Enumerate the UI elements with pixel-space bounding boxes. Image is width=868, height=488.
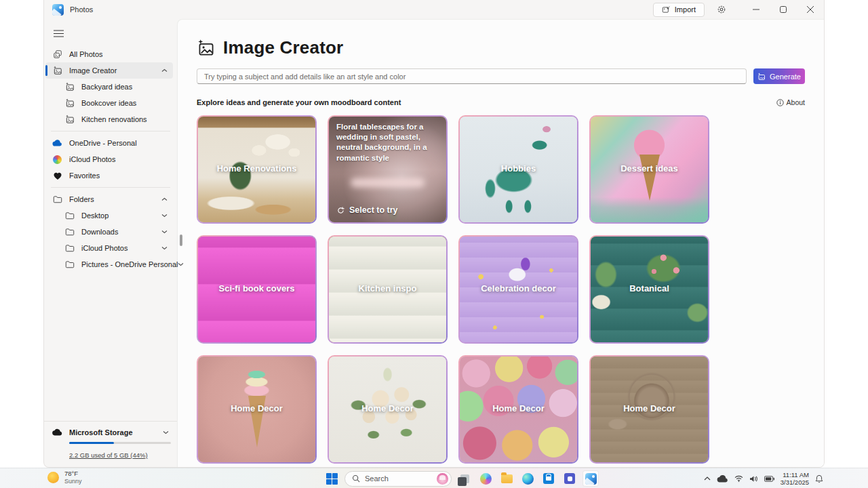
store-button[interactable]: [540, 470, 557, 487]
search-label: Search: [365, 474, 432, 483]
clock-date: 3/31/2025: [781, 479, 809, 486]
sidebar-item-icloud-photos[interactable]: iCloud Photos: [45, 151, 173, 167]
scrollbar-thumb[interactable]: [180, 235, 182, 246]
maximize-button[interactable]: [770, 0, 797, 19]
sidebar-item-label: Desktop: [81, 211, 108, 220]
copilot-button[interactable]: [477, 470, 494, 487]
import-button[interactable]: Import: [653, 3, 705, 17]
windows-logo-icon: [326, 473, 338, 485]
sidebar-item-icloud-photos[interactable]: iCloud Photos: [45, 240, 173, 256]
selection-indicator: [45, 65, 47, 76]
photos-icon: [585, 473, 597, 485]
idea-card-home-decor[interactable]: Home Decor: [197, 355, 317, 464]
image-creator-icon: [52, 66, 62, 76]
folder-icon: [64, 211, 75, 221]
sidebar-item-bookcover-ideas[interactable]: Bookcover ideas: [45, 95, 173, 111]
select-to-try-label: Select to try: [349, 205, 398, 215]
chevron-up-icon: [161, 68, 167, 73]
network-button[interactable]: [734, 475, 743, 482]
desktop: Photos Import: [0, 0, 868, 488]
explore-heading: Explore ideas and generate your own mood…: [197, 98, 401, 106]
teams-button[interactable]: [561, 470, 578, 487]
close-button[interactable]: [797, 0, 824, 19]
weather-temp: 78°F: [64, 470, 82, 478]
idea-card-botanical[interactable]: Botanical: [589, 235, 709, 344]
about-link[interactable]: About: [776, 98, 805, 106]
clock[interactable]: 11:11 AM 3/31/2025: [781, 471, 809, 487]
idea-card-home-decor[interactable]: Home Decor: [328, 355, 448, 464]
task-view-button[interactable]: [456, 470, 473, 487]
wifi-icon: [734, 475, 743, 482]
settings-button[interactable]: [711, 1, 732, 18]
search-icon: [352, 474, 360, 483]
file-explorer-button[interactable]: [498, 470, 515, 487]
hamburger-icon: [54, 30, 64, 37]
battery-button[interactable]: [764, 476, 774, 482]
search-highlight-flower-icon: [437, 473, 448, 485]
sidebar-item-pictures-onedrive-personal[interactable]: Pictures - OneDrive Personal: [45, 256, 173, 272]
info-icon: [776, 99, 784, 106]
storage-row[interactable]: Microsoft Storage: [52, 427, 169, 437]
card-label: Dessert ideas: [591, 163, 708, 174]
weather-widget[interactable]: 78°F Sunny: [47, 470, 82, 485]
copilot-icon: [480, 473, 492, 485]
idea-card-kitchen-inspo[interactable]: Kitchen inspo: [328, 235, 448, 344]
photos-app-window: Photos Import: [43, 0, 825, 468]
titlebar: Photos Import: [44, 0, 824, 19]
sidebar-item-onedrive-personal[interactable]: OneDrive - Personal: [45, 135, 173, 151]
edge-button[interactable]: [519, 470, 536, 487]
minimize-button[interactable]: [743, 0, 770, 19]
storage-usage-link[interactable]: 2.2 GB used of 5 GB (44%): [69, 451, 148, 459]
sidebar-item-folders[interactable]: Folders: [45, 191, 173, 207]
sidebar-item-label: Kitchen renovations: [81, 115, 147, 123]
sidebar-divider: [51, 187, 170, 188]
card-label: Botanical: [591, 283, 708, 293]
notifications-button[interactable]: [815, 474, 823, 483]
sidebar-item-label: Bookcover ideas: [81, 99, 136, 107]
sidebar-item-image-creator[interactable]: Image Creator: [45, 62, 173, 79]
folder-icon: [64, 243, 75, 253]
sidebar-item-backyard-ideas[interactable]: Backyard ideas: [45, 79, 173, 95]
idea-card-home-decor[interactable]: Home Decor: [589, 355, 709, 464]
sidebar-item-label: OneDrive - Personal: [69, 139, 137, 147]
minimize-icon: [753, 6, 760, 13]
all-photos-icon: [52, 49, 62, 60]
taskbar-search[interactable]: Search: [344, 471, 452, 487]
close-icon: [807, 6, 814, 13]
volume-button[interactable]: [749, 475, 758, 483]
menu-toggle-button[interactable]: [48, 24, 68, 42]
idea-card-dessert-ideas[interactable]: Dessert ideas: [589, 115, 709, 224]
generate-button[interactable]: Generate: [753, 68, 805, 84]
photos-app-icon: [52, 4, 64, 16]
sidebar-item-downloads[interactable]: Downloads: [45, 224, 173, 240]
storage-label: Microsoft Storage: [69, 428, 133, 436]
edge-icon: [522, 473, 534, 485]
teams-icon: [564, 473, 575, 484]
prompt-input[interactable]: [197, 68, 747, 84]
idea-card-prompt[interactable]: Floral tablescapes for a wedding in soft…: [328, 115, 448, 224]
idea-card-celebration-decor[interactable]: Celebration decor: [458, 235, 578, 344]
sidebar-item-all-photos[interactable]: All Photos: [45, 46, 173, 62]
photos-taskbar-button[interactable]: [583, 470, 599, 487]
idea-card-home-decor[interactable]: Home Decor: [458, 355, 578, 464]
sidebar-divider: [51, 131, 170, 131]
idea-card-hobbies[interactable]: Hobbies: [458, 115, 578, 224]
sidebar-item-label: iCloud Photos: [69, 155, 116, 163]
folder-icon: [64, 227, 75, 237]
idea-card-home-renovations[interactable]: Home Renovations: [197, 115, 317, 224]
prompt-suggestion-text: Floral tablescapes for a wedding in soft…: [336, 122, 439, 163]
chevron-down-icon: [163, 430, 169, 434]
tray-expand-button[interactable]: [704, 476, 711, 481]
storage-cloud-icon: [52, 427, 62, 437]
sidebar-item-kitchen-renovations[interactable]: Kitchen renovations: [45, 111, 173, 127]
idea-card-sci-fi-book-covers[interactable]: Sci-fi book covers: [197, 235, 317, 344]
select-to-try: Select to try: [336, 205, 439, 215]
onedrive-tray-button[interactable]: [717, 475, 728, 483]
storage-progress-track: [69, 442, 171, 444]
sidebar-item-favorites[interactable]: Favorites: [45, 167, 173, 184]
sidebar-item-label: Downloads: [81, 228, 118, 236]
image-creator-icon: [64, 82, 75, 92]
start-button[interactable]: [323, 470, 340, 487]
sidebar-item-desktop[interactable]: Desktop: [45, 207, 173, 224]
generate-sparkle-icon: [757, 73, 766, 81]
